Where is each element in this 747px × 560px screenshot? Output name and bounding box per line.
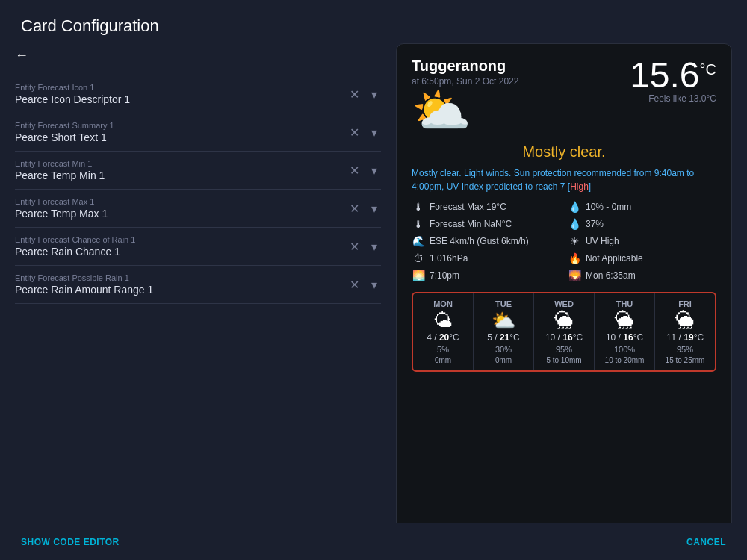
- forecast-icon: 🌦: [554, 311, 574, 330]
- detail-text: ESE 4km/h (Gust 6km/h): [430, 236, 529, 246]
- detail-text: UV High: [586, 236, 619, 246]
- weather-detail-item: 🌄Mon 6:35am: [568, 268, 716, 283]
- entity-dropdown-button[interactable]: ▾: [368, 276, 381, 293]
- weather-detail-item: ☀UV High: [568, 234, 716, 249]
- detail-icon: 🌄: [568, 270, 581, 281]
- forecast-temps: 11 / 19°C: [666, 332, 704, 343]
- cancel-button[interactable]: CANCEL: [686, 537, 726, 547]
- weather-icon-large: ⛅: [412, 87, 518, 134]
- entity-value: Pearce Temp Min 1: [15, 169, 346, 181]
- entity-actions: ✕ ▾: [346, 276, 381, 293]
- entity-value: Pearce Rain Chance 1: [15, 246, 346, 258]
- forecast-rain: 10 to 20mm: [605, 356, 645, 364]
- entity-dropdown-button[interactable]: ▾: [368, 86, 381, 103]
- entity-label: Entity Forecast Max 1: [15, 197, 346, 206]
- weather-description: Mostly clear. Light winds. Sun protectio…: [412, 167, 716, 193]
- forecast-chance: 5%: [437, 345, 449, 354]
- detail-icon: ⏱: [412, 252, 425, 264]
- weather-temperature: 15.6°C: [630, 57, 716, 93]
- entity-row: Entity Forecast Summary 1 Pearce Short T…: [15, 113, 381, 152]
- bottom-bar: SHOW CODE EDITOR CANCEL: [0, 523, 747, 560]
- entity-dropdown-button[interactable]: ▾: [368, 124, 381, 141]
- forecast-chance: 30%: [495, 345, 512, 354]
- forecast-day: MON 🌤 4 / 20°C 5% 0mm: [413, 293, 474, 370]
- forecast-rain: 0mm: [435, 356, 451, 364]
- show-code-editor-button[interactable]: SHOW CODE EDITOR: [21, 537, 120, 547]
- forecast-temps: 4 / 20°C: [427, 332, 459, 343]
- entity-remove-button[interactable]: ✕: [346, 200, 363, 217]
- entity-actions: ✕ ▾: [346, 162, 381, 179]
- weather-detail-item: 🌅7:10pm: [412, 268, 560, 283]
- forecast-day: FRI 🌦 11 / 19°C 95% 15 to 25mm: [655, 293, 715, 370]
- forecast-icon: 🌦: [675, 311, 695, 330]
- left-panel: ← Entity Forecast Icon 1 Pearce Icon Des…: [15, 43, 381, 536]
- entity-text: Entity Forecast Chance of Rain 1 Pearce …: [15, 235, 346, 258]
- entity-label: Entity Forecast Chance of Rain 1: [15, 235, 346, 244]
- forecast-chance: 95%: [556, 345, 572, 354]
- detail-icon: 🌊: [412, 235, 425, 247]
- entity-remove-button[interactable]: ✕: [346, 124, 363, 141]
- forecast-day: TUE ⛅ 5 / 21°C 30% 0mm: [474, 293, 534, 370]
- back-button[interactable]: ←: [15, 46, 381, 65]
- entity-actions: ✕ ▾: [346, 200, 381, 217]
- entity-row: Entity Forecast Icon 1 Pearce Icon Descr…: [15, 75, 381, 113]
- entity-text: Entity Forecast Max 1 Pearce Temp Max 1: [15, 197, 346, 220]
- detail-text: Mon 6:35am: [586, 270, 636, 281]
- entity-label: Entity Forecast Min 1: [15, 159, 346, 168]
- detail-text: Forecast Max 19°C: [430, 202, 506, 212]
- detail-icon: 💧: [568, 218, 581, 230]
- forecast-day-name: MON: [433, 299, 453, 308]
- weather-location: Tuggeranong: [412, 57, 518, 75]
- weather-detail-item: 🌡Forecast Min NaN°C: [412, 217, 560, 231]
- entity-label: Entity Forecast Possible Rain 1: [15, 273, 346, 282]
- entity-text: Entity Forecast Min 1 Pearce Temp Min 1: [15, 159, 346, 181]
- detail-icon: ☀: [568, 235, 581, 247]
- detail-icon: 🌅: [412, 270, 425, 281]
- entity-remove-button[interactable]: ✕: [346, 276, 363, 293]
- weather-detail-item: 🌊ESE 4km/h (Gust 6km/h): [412, 234, 560, 249]
- detail-text: 7:10pm: [430, 270, 459, 281]
- forecast-section: MON 🌤 4 / 20°C 5% 0mm TUE ⛅ 5 / 21°C 30%…: [412, 292, 716, 372]
- entity-dropdown-button[interactable]: ▾: [368, 162, 381, 179]
- detail-text: 37%: [586, 219, 604, 229]
- entity-row: Entity Forecast Possible Rain 1 Pearce R…: [15, 266, 381, 304]
- forecast-rain: 15 to 25mm: [666, 356, 705, 364]
- detail-text: Forecast Min NaN°C: [430, 219, 512, 229]
- weather-detail-item: 🔥Not Applicable: [568, 251, 716, 266]
- entity-dropdown-button[interactable]: ▾: [368, 238, 381, 255]
- detail-icon: 🔥: [568, 252, 581, 264]
- weather-feels-like: Feels like 13.0°C: [630, 93, 716, 104]
- page-title: Card Configuration: [0, 0, 747, 43]
- weather-detail-item: 💧37%: [568, 217, 716, 231]
- weather-detail-item: ⏱1,016hPa: [412, 251, 560, 266]
- weather-details-grid: 🌡Forecast Max 19°C💧10% - 0mm🌡Forecast Mi…: [412, 199, 716, 283]
- forecast-day-name: WED: [554, 299, 574, 308]
- entity-row: Entity Forecast Chance of Rain 1 Pearce …: [15, 228, 381, 266]
- forecast-icon: ⛅: [492, 311, 515, 330]
- forecast-chance: 95%: [677, 345, 693, 354]
- entity-value: Pearce Icon Descriptor 1: [15, 93, 346, 105]
- forecast-day-name: FRI: [678, 299, 692, 308]
- entity-remove-button[interactable]: ✕: [346, 162, 363, 179]
- forecast-temps: 5 / 21°C: [487, 332, 520, 343]
- weather-condition: Mostly clear.: [412, 143, 716, 161]
- detail-icon: 💧: [568, 201, 581, 213]
- forecast-rain: 0mm: [495, 356, 512, 364]
- detail-icon: 🌡: [412, 201, 425, 213]
- detail-icon: 🌡: [412, 218, 425, 230]
- entity-actions: ✕ ▾: [346, 238, 381, 255]
- detail-text: Not Applicable: [586, 253, 643, 264]
- forecast-chance: 100%: [614, 345, 635, 354]
- forecast-day: THU 🌦 10 / 16°C 100% 10 to 20mm: [595, 293, 655, 370]
- entity-remove-button[interactable]: ✕: [346, 238, 363, 255]
- forecast-day-name: THU: [616, 299, 633, 308]
- forecast-day: WED 🌦 10 / 16°C 95% 5 to 10mm: [534, 293, 595, 370]
- forecast-rain: 5 to 10mm: [546, 356, 581, 364]
- entity-dropdown-button[interactable]: ▾: [368, 200, 381, 217]
- detail-text: 10% - 0mm: [586, 202, 631, 212]
- entity-value: Pearce Short Text 1: [15, 131, 346, 143]
- entity-label: Entity Forecast Icon 1: [15, 83, 346, 92]
- forecast-icon: 🌤: [433, 311, 453, 330]
- entity-remove-button[interactable]: ✕: [346, 86, 363, 103]
- entity-row: Entity Forecast Min 1 Pearce Temp Min 1 …: [15, 152, 381, 190]
